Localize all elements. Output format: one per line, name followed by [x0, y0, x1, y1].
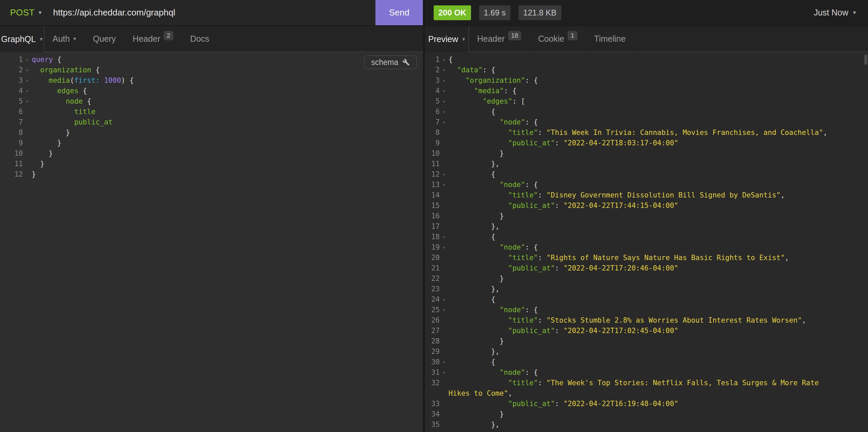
fold-arrow-icon[interactable]: ▾ [440, 96, 448, 107]
code-line[interactable]: 1▾query { [0, 55, 423, 65]
tab-bar-filler [634, 26, 868, 52]
code-line: 26 "title": "Stocks Stumble 2.8% as Worr… [425, 315, 868, 326]
schema-button[interactable]: schema [364, 56, 417, 69]
fold-arrow-icon[interactable]: ▾ [440, 180, 448, 190]
code-text: node { [32, 96, 91, 107]
chevron-down-icon: ▾ [853, 10, 856, 15]
response-view-dropdown[interactable]: Preview ▾ [425, 26, 469, 52]
fold-arrow-icon[interactable]: ▾ [23, 75, 32, 86]
tab-cookie[interactable]: Cookie 1 [530, 26, 585, 52]
line-number: 1 [425, 55, 440, 65]
code-line[interactable]: 3▾ media(first: 1000) { [0, 75, 423, 86]
code-line[interactable]: 4▾ edges { [0, 86, 423, 96]
tab-header[interactable]: Header 2 [125, 26, 182, 52]
fold-arrow-icon[interactable]: ▾ [440, 86, 448, 96]
line-number: 8 [425, 128, 440, 138]
chevron-down-icon: ▾ [40, 36, 43, 42]
code-line[interactable]: 10 } [0, 148, 423, 159]
code-line[interactable]: 5▾ node { [0, 96, 423, 107]
tab-query-label: Query [93, 34, 116, 44]
fold-gutter [440, 346, 448, 357]
code-line: 13▾ "node": { [425, 180, 868, 190]
line-number: 5 [425, 96, 440, 107]
code-text: { [448, 430, 495, 432]
code-text: } [32, 169, 36, 180]
fold-gutter [440, 399, 448, 409]
code-text: "public_at": "2022-04-22T17:20:46-04:00" [448, 263, 678, 273]
response-header-count-badge: 18 [508, 31, 521, 40]
tab-cookie-label: Cookie [538, 34, 564, 44]
fold-arrow-icon[interactable]: ▾ [23, 55, 32, 65]
code-line[interactable]: 7 public_at [0, 117, 423, 128]
code-line: 2▾ "data": { [425, 65, 868, 75]
tab-auth[interactable]: Auth ▾ [44, 26, 84, 52]
fold-arrow-icon[interactable]: ▾ [440, 367, 448, 378]
chevron-down-icon: ▾ [462, 36, 465, 42]
fold-gutter [440, 221, 448, 232]
code-text: "title": "Disney Government Dissolution … [448, 190, 785, 201]
body-type-dropdown[interactable]: GraphQL ▾ [0, 26, 44, 52]
fold-gutter [440, 420, 448, 430]
fold-arrow-icon[interactable]: ▾ [440, 430, 448, 432]
fold-arrow-icon[interactable]: ▾ [440, 242, 448, 253]
fold-arrow-icon[interactable]: ▾ [440, 294, 448, 305]
code-text: { [448, 232, 495, 242]
code-text: } [448, 148, 504, 159]
code-line: 28 } [425, 336, 868, 346]
fold-arrow-icon[interactable]: ▾ [440, 55, 448, 65]
url-input[interactable] [53, 7, 356, 18]
fold-gutter [440, 138, 448, 148]
code-line: 30▾ { [425, 357, 868, 367]
fold-arrow-icon[interactable]: ▾ [440, 305, 448, 315]
fold-arrow-icon[interactable]: ▾ [440, 65, 448, 75]
code-line: 27 "public_at": "2022-04-22T17:02:45-04:… [425, 326, 868, 336]
fold-arrow-icon[interactable]: ▾ [440, 107, 448, 117]
tab-docs[interactable]: Docs [182, 26, 217, 52]
http-method-dropdown[interactable]: POST ▾ [10, 7, 42, 18]
fold-arrow-icon[interactable]: ▾ [440, 75, 448, 86]
response-history-dropdown[interactable]: Just Now ▾ [814, 8, 856, 18]
line-number: 31 [425, 367, 440, 378]
tab-timeline[interactable]: Timeline [586, 26, 634, 52]
vertical-scrollbar-thumb[interactable] [864, 55, 867, 65]
code-line: 14 "title": "Disney Government Dissoluti… [425, 190, 868, 201]
fold-arrow-icon[interactable]: ▾ [440, 232, 448, 242]
line-number: 30 [425, 357, 440, 367]
fold-gutter [440, 326, 448, 336]
code-line: 18▾ { [425, 232, 868, 242]
wrench-icon [402, 59, 410, 66]
send-button[interactable]: Send [375, 0, 423, 25]
fold-arrow-icon[interactable]: ▾ [440, 117, 448, 128]
fold-gutter [23, 107, 32, 117]
code-line[interactable]: 2▾ organization { [0, 65, 423, 75]
line-number: 6 [0, 107, 23, 117]
fold-arrow-icon[interactable]: ▾ [23, 96, 32, 107]
code-line: 34 } [425, 409, 868, 420]
fold-gutter [440, 273, 448, 284]
code-line[interactable]: 12} [0, 169, 423, 180]
fold-arrow-icon[interactable]: ▾ [440, 357, 448, 367]
line-number: 1 [0, 55, 23, 65]
code-line: 9 "public_at": "2022-04-22T18:03:17-04:0… [425, 138, 868, 148]
code-line: 12▾ { [425, 169, 868, 180]
tab-response-header[interactable]: Header 18 [469, 26, 529, 52]
code-line[interactable]: 11 } [0, 159, 423, 169]
line-number: 4 [425, 86, 440, 96]
code-line: 35 }, [425, 420, 868, 430]
code-line[interactable]: 6 title [0, 107, 423, 117]
code-line[interactable]: 8 } [0, 128, 423, 138]
code-line[interactable]: 9 } [0, 138, 423, 148]
tab-query[interactable]: Query [85, 26, 124, 52]
code-text: organization { [32, 65, 100, 75]
fold-arrow-icon[interactable]: ▾ [440, 169, 448, 180]
code-line: 4▾ "media": { [425, 86, 868, 96]
graphql-query-editor[interactable]: schema 1▾query {2▾ organization {3▾ medi… [0, 52, 423, 432]
line-number: 19 [425, 242, 440, 253]
code-line: 7▾ "node": { [425, 117, 868, 128]
line-number: 3 [425, 75, 440, 86]
fold-arrow-icon[interactable]: ▾ [23, 65, 32, 75]
fold-arrow-icon[interactable]: ▾ [23, 86, 32, 96]
fold-gutter [440, 190, 448, 201]
line-number: 20 [425, 253, 440, 263]
code-line: 31▾ "node": { [425, 367, 868, 378]
